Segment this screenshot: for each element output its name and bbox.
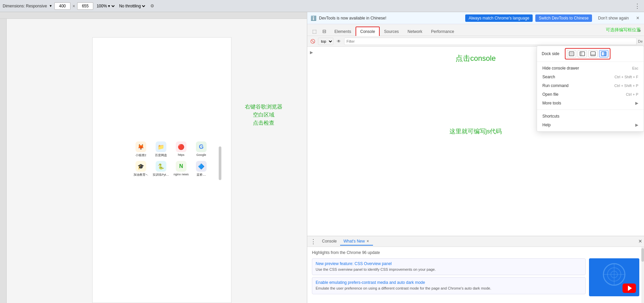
devtools-tabs: ⬚ ⊟ Elements Console Sources Network Per… xyxy=(307,24,644,36)
notification-close-btn[interactable]: × xyxy=(635,14,641,22)
filter-input[interactable] xyxy=(344,38,637,45)
drawer-tab-whats-new[interactable]: What's New × xyxy=(340,237,373,246)
dont-show-btn[interactable]: Don't show again xyxy=(595,14,632,22)
devtools-panel: ℹ️ DevTools is now available in Chinese!… xyxy=(307,12,644,303)
dock-left-icon xyxy=(580,51,585,56)
page-icons: 🦊 小狐狸2 📁 百度网盘 🔴 https G Google 🎓 加 xyxy=(132,141,210,177)
dock-right-icon xyxy=(601,51,606,56)
list-item: N nginx news xyxy=(173,161,190,177)
dock-side-buttons xyxy=(565,48,610,59)
notification-text: DevTools is now available in Chinese! xyxy=(319,16,463,20)
info-icon: ℹ️ xyxy=(311,15,316,21)
console-ban-btn[interactable]: 🚫 xyxy=(309,37,317,45)
browser-viewport: 右键谷歌浏览器 空白区域 点击检查 🦊 小狐狸2 📁 百度网盘 🔴 https xyxy=(0,12,307,303)
tab-sources[interactable]: Sources xyxy=(380,27,403,36)
list-item: 🎓 加油教育~. xyxy=(132,161,149,177)
menu-shortcuts[interactable]: Shortcuts xyxy=(537,112,644,121)
svg-rect-6 xyxy=(570,52,573,55)
dock-bottom-icon xyxy=(590,51,596,56)
annotation-right-click: 右键谷歌浏览器 空白区域 点击检查 xyxy=(245,103,282,127)
devtools-tabs-container: ⬚ ⊟ Elements Console Sources Network Per… xyxy=(307,24,644,36)
context-menu-section-1: Hide console drawer Esc Search Ctrl + Sh… xyxy=(537,62,644,110)
drawer-scrollbar-thumb xyxy=(641,248,644,262)
drawer-menu-btn[interactable]: ⋮ xyxy=(309,237,317,246)
drawer-content: Highlights from the Chrome 96 update New… xyxy=(307,247,644,303)
ruler-horizontal xyxy=(0,12,307,19)
eye-btn[interactable]: 👁 xyxy=(335,37,343,45)
write-js-annotation: 这里就可编写js代码 xyxy=(449,127,502,135)
dock-side-row: Dock side xyxy=(537,46,644,62)
top-annotation: 可选择编写框位置 xyxy=(606,27,641,33)
settings-icon-btn[interactable]: ⚙ xyxy=(148,2,156,10)
ruler-vertical xyxy=(0,19,7,303)
menu-more-tools[interactable]: More tools ▶ xyxy=(537,99,644,107)
throttle-select[interactable]: No throttling xyxy=(118,3,146,9)
dimensions-dropdown-icon[interactable]: ▼ xyxy=(49,4,52,8)
dock-undock-btn[interactable] xyxy=(567,50,576,57)
width-input[interactable] xyxy=(54,2,70,10)
menu-open-file[interactable]: Open file Ctrl + P xyxy=(537,90,644,99)
menu-search[interactable]: Search Ctrl + Shift + F xyxy=(537,73,644,81)
top-select[interactable]: top xyxy=(318,38,333,45)
console-toolbar: 🚫 top 👁 De xyxy=(307,36,644,47)
expand-arrow-icon[interactable]: ▶ xyxy=(310,50,313,55)
device-toolbar-btn[interactable]: ⊟ xyxy=(320,27,329,36)
svg-rect-8 xyxy=(580,52,582,56)
dock-bottom-btn[interactable] xyxy=(588,50,598,57)
feature-desc-1: Use the CSS overview panel to identify C… xyxy=(316,267,582,272)
tab-console[interactable]: Console xyxy=(356,27,380,36)
whats-new-close-btn[interactable]: × xyxy=(366,239,370,244)
youtube-play-btn xyxy=(623,284,636,293)
context-menu-section-2: Shortcuts Help ▶ xyxy=(537,110,644,131)
dock-btn-group xyxy=(567,50,608,57)
zoom-select[interactable]: 100% ▾ xyxy=(95,3,116,9)
feature-item-2: Enable emulating prefers-contrast media … xyxy=(312,277,586,294)
page-scrollbar[interactable] xyxy=(219,146,221,180)
list-item: G Google xyxy=(193,141,210,158)
match-language-btn[interactable]: Always match Chrome's language xyxy=(465,14,533,22)
dim-separator: × xyxy=(72,3,75,9)
tab-network[interactable]: Network xyxy=(403,27,427,36)
drawer-close-btn[interactable]: × xyxy=(638,238,642,245)
menu-run-command[interactable]: Run command Ctrl + Shift + P xyxy=(537,81,644,90)
drawer-features-list: New preview feature: CSS Overview panel … xyxy=(312,258,586,296)
feature-item-1: New preview feature: CSS Overview panel … xyxy=(312,258,586,275)
drawer-scrollbar[interactable] xyxy=(641,247,644,303)
bottom-drawer: ⋮ Console What's New × × Highlights from… xyxy=(307,236,644,303)
drawer-features-row: New preview feature: CSS Overview panel … xyxy=(312,258,639,296)
dock-side-label: Dock side xyxy=(542,51,559,56)
height-input[interactable] xyxy=(77,2,93,10)
switch-language-btn[interactable]: Switch DevTools to Chinese xyxy=(535,14,592,22)
menu-help[interactable]: Help ▶ xyxy=(537,121,644,129)
dock-right-btn[interactable] xyxy=(599,50,608,57)
feature-desc-2: Emulate the user preference on using a d… xyxy=(316,286,582,291)
feature-link-2[interactable]: Enable emulating prefers-contrast media … xyxy=(316,280,582,285)
svg-rect-12 xyxy=(604,52,606,56)
drawer-tab-console[interactable]: Console xyxy=(319,237,340,246)
menu-hide-console-drawer[interactable]: Hide console drawer Esc xyxy=(537,64,644,73)
tab-icon-group: ⬚ ⊟ xyxy=(309,27,330,36)
inspect-element-btn[interactable]: ⬚ xyxy=(310,27,319,36)
list-item: 🔴 https xyxy=(173,141,190,158)
tab-performance[interactable]: Performance xyxy=(427,27,459,36)
dock-left-btn[interactable] xyxy=(578,50,587,57)
browser-toolbar: Dimensions: Responsive ▼ × 100% ▾ No thr… xyxy=(0,0,644,12)
kebab-menu-btn[interactable]: ⋮ xyxy=(633,2,641,10)
list-item: 🔷 蓝桥.... xyxy=(193,161,210,177)
page-content: 右键谷歌浏览器 空白区域 点击检查 🦊 小狐狸2 📁 百度网盘 🔴 https xyxy=(7,19,307,303)
click-console-annotation: 点击console xyxy=(455,53,496,63)
list-item: 🐍 实训练Pyth... xyxy=(153,161,169,177)
tab-elements[interactable]: Elements xyxy=(330,27,356,36)
context-menu: Dock side xyxy=(537,46,644,132)
dimensions-label: Dimensions: Responsive xyxy=(3,4,47,8)
feature-link-1[interactable]: New preview feature: CSS Overview panel xyxy=(316,261,582,266)
drawer-tabs: ⋮ Console What's New × × xyxy=(307,236,644,247)
list-item: 🦊 小狐狸2 xyxy=(132,141,149,158)
list-item: 📁 百度网盘 xyxy=(153,141,169,158)
highlights-text: Highlights from the Chrome 96 update xyxy=(312,250,639,255)
undock-icon xyxy=(569,51,574,56)
main-layout: 右键谷歌浏览器 空白区域 点击检查 🦊 小狐狸2 📁 百度网盘 🔴 https xyxy=(0,12,644,303)
svg-rect-10 xyxy=(591,54,595,56)
drawer-thumbnail xyxy=(589,258,639,296)
devtools-notification: ℹ️ DevTools is now available in Chinese!… xyxy=(307,12,644,24)
